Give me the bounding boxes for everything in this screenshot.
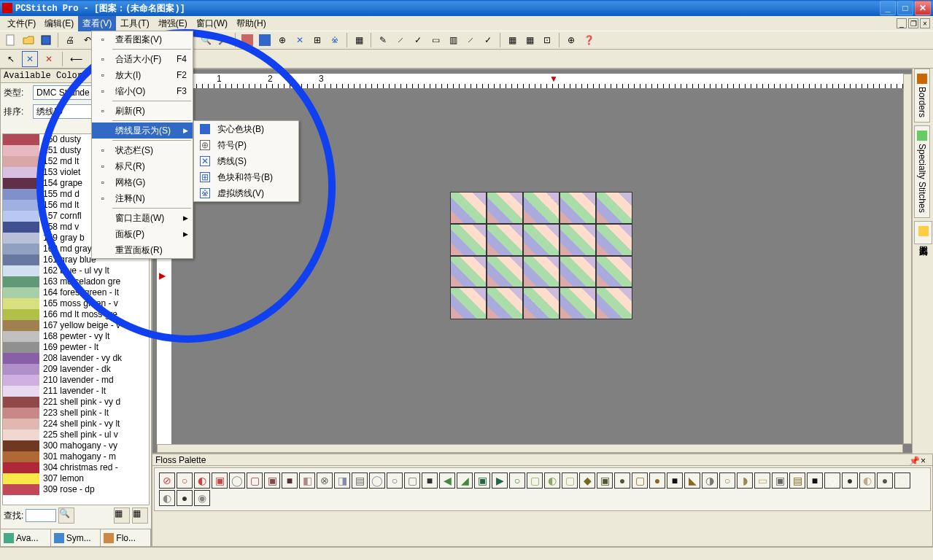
close-button[interactable]: ✕ (915, 1, 931, 15)
color-swatch[interactable] (3, 397, 39, 408)
tool9-button[interactable]: ▦ (522, 32, 538, 48)
virtual-button[interactable]: ※ (327, 32, 343, 48)
tool6-button[interactable]: ⟋ (462, 32, 479, 48)
browser-tab[interactable]: 图案浏览器 (914, 221, 932, 244)
menu-item-1[interactable]: 编辑(E) (40, 16, 78, 31)
grid2-button[interactable]: ▦ (132, 508, 148, 524)
color-list-item[interactable]: 166 md lt moss gre (41, 309, 149, 320)
color-swatch[interactable] (3, 386, 39, 397)
floss-swatch[interactable]: ○ (509, 472, 525, 489)
floss-swatch[interactable]: ⊘ (159, 472, 175, 489)
view-menu-item[interactable]: ▫注释(N) (92, 190, 193, 206)
display-submenu-item[interactable]: ⊞色块和符号(B) (194, 169, 298, 185)
floss-swatch[interactable]: ◐ (859, 472, 875, 489)
new-button[interactable] (3, 32, 19, 48)
borders-tab[interactable]: Borders (914, 69, 930, 122)
color-list-item[interactable]: 163 md celadon gre (41, 276, 149, 287)
menu-item-2[interactable]: 查看(V) (78, 16, 116, 31)
floss-swatch[interactable]: ▣ (212, 472, 228, 489)
floss-swatch[interactable]: ▭ (754, 472, 770, 489)
view-menu-item[interactable]: ▫合适大小(F)F4 (92, 51, 193, 67)
search-input[interactable] (26, 509, 56, 522)
back-tool[interactable]: ⟵ (68, 51, 84, 67)
display-submenu-item[interactable]: 实心色块(B) (194, 121, 298, 137)
color-list-item[interactable]: 301 mahogany - m (41, 451, 149, 462)
floss-swatch[interactable]: ⊗ (317, 472, 333, 489)
color-list-item[interactable]: 223 shell pink - lt (41, 408, 149, 419)
solid-button[interactable] (257, 32, 273, 48)
color-list-item[interactable]: 224 shell pink - vy lt (41, 419, 149, 429)
floss-swatch[interactable]: ◑ (702, 472, 718, 489)
color-swatch[interactable] (3, 408, 39, 419)
grid1-button[interactable]: ▦ (114, 508, 130, 524)
floss-swatch[interactable]: ▢ (404, 472, 420, 489)
minimize-button[interactable]: _ (880, 1, 896, 15)
view-menu-item[interactable]: ▫网格(G) (92, 174, 193, 190)
floss-swatch[interactable]: ● (877, 472, 893, 489)
scrollbar-horizontal[interactable] (157, 444, 903, 453)
menu-item-6[interactable]: 帮助(H) (232, 16, 271, 31)
floss-swatch[interactable]: ◧ (299, 472, 315, 489)
display-submenu-item[interactable]: ⊕符号(P) (194, 137, 298, 153)
view-menu-item[interactable]: 绣线显示为(S) (92, 122, 193, 139)
view-menu-item[interactable]: 重置面板(R) (92, 242, 193, 258)
color-list-item[interactable]: 210 lavender - md (41, 375, 149, 386)
tool11-button[interactable]: ⊕ (563, 32, 579, 48)
tool5-button[interactable]: ▥ (445, 32, 461, 48)
floss-swatch[interactable]: ◯ (229, 472, 245, 489)
color-swatch[interactable] (3, 265, 39, 276)
color-list-item[interactable]: 208 lavender - vy dk (41, 353, 149, 364)
color-swatch[interactable] (3, 451, 39, 462)
floss-swatch[interactable]: ◐ (159, 490, 175, 506)
color-swatch[interactable] (3, 419, 39, 429)
scrollbar-vertical[interactable] (903, 74, 912, 444)
color-list-item[interactable]: 304 christmas red - (41, 462, 149, 473)
left-tab-2[interactable]: Flo... (101, 529, 151, 546)
floss-swatch[interactable]: ▣ (597, 472, 613, 489)
floss-swatch[interactable]: ▢ (562, 472, 578, 489)
color-swatch[interactable] (3, 156, 39, 167)
menu-item-4[interactable]: 增强(E) (154, 16, 192, 31)
floss-swatch[interactable]: ○ (387, 472, 403, 489)
color-list-item[interactable]: 221 shell pink - vy d (41, 397, 149, 408)
floss-swatch[interactable]: ◀ (439, 472, 455, 489)
floss-swatch[interactable]: ◣ (684, 472, 700, 489)
color-swatch[interactable] (3, 178, 39, 189)
color-swatch[interactable] (3, 298, 39, 309)
mdi-restore-button[interactable]: ❐ (908, 18, 918, 28)
view-menu-item[interactable]: ▫刷新(R) (92, 103, 193, 119)
view-menu-item[interactable]: ▫标尺(R) (92, 158, 193, 174)
color-swatch[interactable] (3, 222, 39, 233)
color-swatch[interactable] (3, 276, 39, 287)
color-swatch[interactable] (3, 462, 39, 473)
mdi-close-button[interactable]: × (920, 18, 930, 28)
color-list-item[interactable]: 225 shell pink - ul v (41, 429, 149, 440)
floss-swatch[interactable]: ◯ (369, 472, 385, 489)
floss-swatch[interactable]: ◨ (334, 472, 350, 489)
color-list-item[interactable]: 168 pewter - vy lt (41, 331, 149, 342)
color-swatch[interactable] (3, 134, 39, 145)
display-submenu-item[interactable]: ✕绣线(S) (194, 153, 298, 169)
floss-swatch[interactable]: ◗ (737, 472, 753, 489)
open-button[interactable] (20, 32, 36, 48)
menu-item-3[interactable]: 工具(T) (116, 16, 153, 31)
color-swatch[interactable] (3, 244, 39, 254)
floss-swatch[interactable]: ▣ (474, 472, 490, 489)
tool2-button[interactable]: ⟋ (392, 32, 409, 48)
floss-swatches[interactable]: ⊘○◐▣◯▢▣■◧⊗◨▤◯○▢■◀◢▣▶○▢◐▢◆▣●▢●■◣◑○◗▭▣▤■◇●… (154, 467, 931, 511)
color-swatch[interactable] (3, 342, 39, 353)
tool12-button[interactable]: ❓ (581, 32, 597, 48)
view-menu-item[interactable]: 面板(P) (92, 226, 193, 242)
tool1-button[interactable]: ✎ (375, 32, 391, 48)
tool8-button[interactable]: ▦ (504, 32, 520, 48)
floss-swatch[interactable]: ▤ (352, 472, 368, 489)
color-swatch[interactable] (3, 233, 39, 244)
color-list-item[interactable]: 209 lavender - dk (41, 364, 149, 375)
symbol-button[interactable]: ⊕ (274, 32, 290, 48)
color-swatch[interactable] (3, 145, 39, 156)
mdi-minimize-button[interactable]: _ (897, 18, 907, 28)
grid-button[interactable] (239, 32, 255, 48)
tool4-button[interactable]: ▭ (427, 32, 444, 48)
floss-swatch[interactable]: ● (842, 472, 858, 489)
color-list-item[interactable]: 307 lemon (41, 473, 149, 484)
